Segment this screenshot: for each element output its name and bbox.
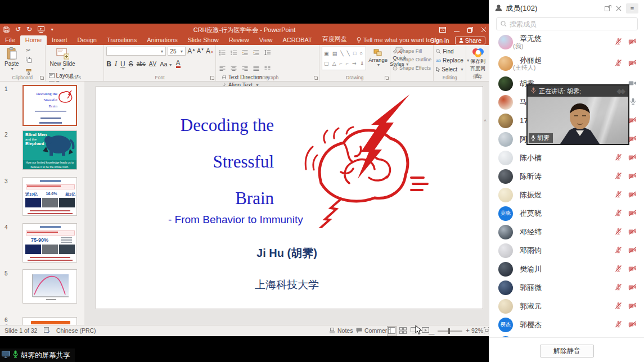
shape-effects-button[interactable]: Shape Effects xyxy=(393,65,431,71)
restore-icon[interactable] xyxy=(467,25,473,35)
close-icon[interactable] xyxy=(481,25,487,35)
camera-muted-icon[interactable] xyxy=(628,37,637,47)
camera-muted-icon[interactable] xyxy=(628,171,637,182)
language-status[interactable]: Chinese (PRC) xyxy=(56,327,96,334)
find-button[interactable]: Find xyxy=(436,48,470,55)
tab-design[interactable]: Design xyxy=(73,35,102,45)
bullets-icon[interactable] xyxy=(219,48,226,58)
copy-icon[interactable] xyxy=(26,55,31,65)
drawing-dialog-launcher[interactable] xyxy=(385,76,389,80)
decrease-indent-icon[interactable] xyxy=(242,48,248,58)
minimize-icon[interactable] xyxy=(454,25,460,35)
tab-acrobat[interactable]: ACROBAT xyxy=(277,35,317,45)
spellcheck-icon[interactable] xyxy=(44,327,50,333)
mic-on-icon[interactable] xyxy=(629,97,637,107)
member-row[interactable]: 樱杰郭樱杰 xyxy=(489,315,644,334)
mic-muted-icon[interactable] xyxy=(615,246,622,256)
ribbon-options-icon[interactable] xyxy=(439,25,446,35)
slide-thumb-2[interactable]: Blind Men and the Elephant How our limit… xyxy=(22,130,77,170)
camera-muted-icon[interactable] xyxy=(628,209,637,219)
font-color-icon[interactable]: A xyxy=(176,60,181,68)
new-slide-button[interactable]: New Slide▼ xyxy=(48,47,78,71)
change-case-icon[interactable]: Aa▼ xyxy=(160,61,172,67)
tab-百度网盘[interactable]: 百度网盘 xyxy=(317,34,352,45)
member-row[interactable]: 章无悠(我) xyxy=(489,31,644,53)
camera-muted-icon[interactable] xyxy=(628,320,637,330)
zoom-level[interactable]: 92% xyxy=(471,327,483,334)
mic-muted-icon[interactable] xyxy=(615,37,622,47)
member-row[interactable]: 陈小楠 xyxy=(489,148,644,167)
grow-font-icon[interactable]: A▲ xyxy=(187,47,195,55)
mic-muted-icon[interactable] xyxy=(615,153,622,163)
shapes-gallery[interactable]: ▣▤╲╲□○ ▢△⌐⌐⇒⇓ xyxy=(322,47,366,70)
shape-outline-button[interactable]: Shape Outline xyxy=(393,57,431,62)
align-left-icon[interactable] xyxy=(219,63,226,73)
sign-in-link[interactable]: Sign in xyxy=(430,37,449,44)
arrange-button[interactable]: Arrange▼ xyxy=(368,49,388,67)
strike-abc-button[interactable]: abc xyxy=(137,61,146,67)
bold-button[interactable]: B xyxy=(106,60,111,68)
shape-fill-button[interactable]: Shape Fill xyxy=(393,48,431,54)
italic-button[interactable]: I xyxy=(115,60,117,68)
camera-muted-icon[interactable] xyxy=(628,301,637,311)
mic-muted-icon[interactable] xyxy=(615,190,622,200)
slide-thumb-1[interactable]: Decoding theStressfulBrain xyxy=(22,85,77,126)
search-members-input[interactable] xyxy=(510,20,633,28)
slide-thumb-5[interactable] xyxy=(22,269,77,304)
panel-menu-icon[interactable]: ≡ xyxy=(626,3,638,13)
font-dialog-launcher[interactable] xyxy=(210,76,214,80)
strikethrough-button[interactable]: S xyxy=(129,60,133,68)
replace-button[interactable]: abReplace▼ xyxy=(436,57,470,64)
clear-formatting-icon[interactable]: A✦ xyxy=(206,47,214,55)
mic-muted-icon[interactable] xyxy=(615,58,622,69)
mic-muted-icon[interactable] xyxy=(615,283,622,293)
camera-muted-icon[interactable] xyxy=(628,116,637,126)
camera-muted-icon[interactable] xyxy=(628,153,637,163)
camera-muted-icon[interactable] xyxy=(628,58,637,69)
tab-view[interactable]: View xyxy=(254,35,278,45)
member-row[interactable]: 孙丽超(主持人) xyxy=(489,53,644,74)
zoom-in-button[interactable]: + xyxy=(466,327,470,334)
unmute-button[interactable]: 解除静音 xyxy=(540,345,594,358)
member-row[interactable]: 邓经纬 xyxy=(489,223,644,241)
zoom-slider[interactable] xyxy=(438,331,462,332)
camera-muted-icon[interactable] xyxy=(628,190,637,200)
member-row[interactable]: 陈昕涛 xyxy=(489,167,644,185)
speaker-video-overlay[interactable]: 正在讲话: 胡霁; ◆◆ xyxy=(526,84,629,145)
camera-muted-icon[interactable] xyxy=(628,283,637,293)
clipboard-dialog-launcher[interactable] xyxy=(40,76,44,80)
camera-muted-icon[interactable] xyxy=(628,227,637,237)
columns-icon[interactable] xyxy=(264,63,271,73)
zoom-slider-thumb[interactable] xyxy=(448,328,450,334)
font-size-combo[interactable]: 25▼ xyxy=(168,47,186,56)
notes-button[interactable]: Notes xyxy=(329,327,353,334)
cut-icon[interactable]: ✂ xyxy=(26,48,31,53)
paste-button[interactable]: Paste▼ xyxy=(2,47,21,71)
align-right-icon[interactable] xyxy=(242,63,248,73)
camera-on-icon[interactable] xyxy=(628,79,637,89)
align-center-icon[interactable] xyxy=(231,63,237,73)
share-button[interactable]: Share xyxy=(455,37,485,44)
camera-muted-icon[interactable] xyxy=(628,134,637,144)
mic-muted-icon[interactable] xyxy=(615,209,622,219)
camera-muted-icon[interactable] xyxy=(628,246,637,256)
tab-animations[interactable]: Animations xyxy=(142,35,182,45)
select-button[interactable]: Select▼ xyxy=(436,66,470,73)
paragraph-dialog-launcher[interactable] xyxy=(314,76,318,80)
member-row[interactable]: 郭淑元 xyxy=(489,297,644,315)
member-row[interactable]: 邓雨钧 xyxy=(489,241,644,260)
tab-file[interactable]: File xyxy=(0,35,20,45)
popout-panel-icon[interactable] xyxy=(605,3,611,13)
search-box[interactable] xyxy=(496,17,638,30)
camera-muted-icon[interactable] xyxy=(628,264,637,274)
char-spacing-icon[interactable]: A̲V̲ xyxy=(149,61,156,67)
mic-muted-icon[interactable] xyxy=(615,227,622,237)
mic-muted-icon[interactable] xyxy=(615,171,622,182)
member-row[interactable]: 郭丽微 xyxy=(489,278,644,297)
slide-thumb-3[interactable]: 近10亿16.6%超2亿 xyxy=(22,177,77,216)
close-panel-icon[interactable] xyxy=(616,3,622,13)
justify-icon[interactable] xyxy=(253,63,259,73)
member-row[interactable]: 莫晓崔莫晓 xyxy=(489,204,644,223)
line-spacing-icon[interactable] xyxy=(264,48,271,58)
mic-muted-icon[interactable] xyxy=(615,264,622,274)
